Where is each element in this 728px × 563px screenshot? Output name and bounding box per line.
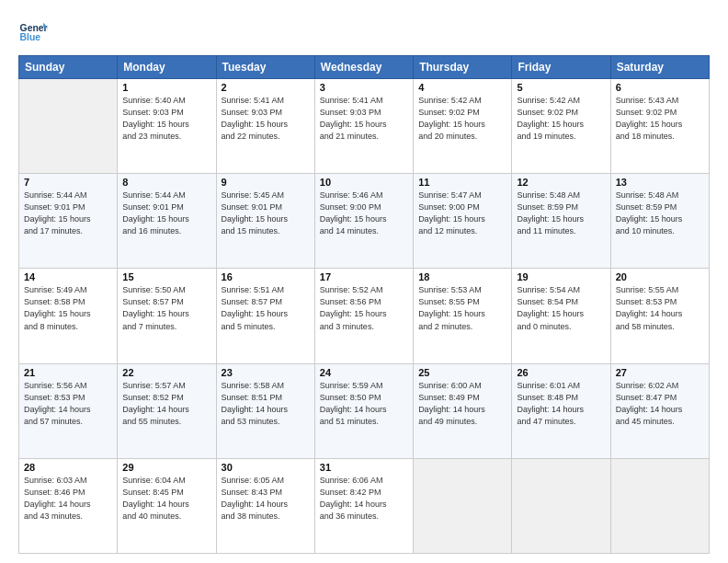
day-number: 29 xyxy=(122,462,210,473)
day-info: Sunrise: 5:44 AM Sunset: 9:01 PM Dayligh… xyxy=(24,190,112,237)
day-number: 31 xyxy=(320,462,408,473)
calendar-week-1: 1Sunrise: 5:40 AM Sunset: 9:03 PM Daylig… xyxy=(19,79,710,174)
day-number: 9 xyxy=(222,177,310,188)
calendar-cell: 20Sunrise: 5:55 AM Sunset: 8:53 PM Dayli… xyxy=(610,269,709,363)
day-info: Sunrise: 6:02 AM Sunset: 8:47 PM Dayligh… xyxy=(616,380,704,428)
day-number: 11 xyxy=(418,177,506,188)
day-info: Sunrise: 5:57 AM Sunset: 8:52 PM Dayligh… xyxy=(122,380,210,428)
day-info: Sunrise: 5:42 AM Sunset: 9:02 PM Dayligh… xyxy=(517,95,605,143)
logo: General Blue xyxy=(18,17,48,46)
calendar-cell xyxy=(512,458,610,553)
day-info: Sunrise: 5:41 AM Sunset: 9:03 PM Dayligh… xyxy=(222,95,310,143)
day-info: Sunrise: 5:55 AM Sunset: 8:53 PM Dayligh… xyxy=(616,284,704,332)
day-number: 12 xyxy=(517,177,605,188)
day-info: Sunrise: 5:44 AM Sunset: 9:01 PM Dayligh… xyxy=(122,190,210,237)
calendar-week-2: 7Sunrise: 5:44 AM Sunset: 9:01 PM Daylig… xyxy=(19,174,710,269)
svg-text:Blue: Blue xyxy=(20,32,41,42)
calendar-cell: 26Sunrise: 6:01 AM Sunset: 8:48 PM Dayli… xyxy=(512,363,610,458)
header-sunday: Sunday xyxy=(19,56,118,79)
day-number: 2 xyxy=(222,82,310,93)
calendar-cell: 21Sunrise: 5:56 AM Sunset: 8:53 PM Dayli… xyxy=(19,363,118,458)
day-number: 24 xyxy=(320,367,408,378)
day-info: Sunrise: 5:52 AM Sunset: 8:56 PM Dayligh… xyxy=(320,284,408,332)
header-wednesday: Wednesday xyxy=(314,56,413,79)
calendar-cell: 31Sunrise: 6:06 AM Sunset: 8:42 PM Dayli… xyxy=(314,458,413,553)
calendar-cell: 2Sunrise: 5:41 AM Sunset: 9:03 PM Daylig… xyxy=(216,79,314,174)
calendar-week-5: 28Sunrise: 6:03 AM Sunset: 8:46 PM Dayli… xyxy=(19,458,710,553)
calendar-cell: 7Sunrise: 5:44 AM Sunset: 9:01 PM Daylig… xyxy=(19,174,118,269)
calendar-cell: 30Sunrise: 6:05 AM Sunset: 8:43 PM Dayli… xyxy=(216,458,314,553)
calendar-cell xyxy=(414,458,512,553)
header-tuesday: Tuesday xyxy=(216,56,314,79)
day-number: 4 xyxy=(418,82,506,93)
day-info: Sunrise: 5:56 AM Sunset: 8:53 PM Dayligh… xyxy=(24,380,112,428)
calendar-cell: 17Sunrise: 5:52 AM Sunset: 8:56 PM Dayli… xyxy=(314,269,413,363)
calendar-cell: 9Sunrise: 5:45 AM Sunset: 9:01 PM Daylig… xyxy=(216,174,314,269)
day-info: Sunrise: 6:03 AM Sunset: 8:46 PM Dayligh… xyxy=(24,475,112,523)
day-number: 3 xyxy=(320,82,408,93)
day-info: Sunrise: 5:53 AM Sunset: 8:55 PM Dayligh… xyxy=(418,284,506,332)
page-header: General Blue xyxy=(18,17,710,46)
calendar-cell: 14Sunrise: 5:49 AM Sunset: 8:58 PM Dayli… xyxy=(19,269,118,363)
day-info: Sunrise: 5:47 AM Sunset: 9:00 PM Dayligh… xyxy=(418,190,506,237)
calendar-cell: 16Sunrise: 5:51 AM Sunset: 8:57 PM Dayli… xyxy=(216,269,314,363)
calendar-table: SundayMondayTuesdayWednesdayThursdayFrid… xyxy=(18,55,710,554)
day-number: 14 xyxy=(24,271,112,282)
day-number: 25 xyxy=(418,367,506,378)
calendar-cell: 25Sunrise: 6:00 AM Sunset: 8:49 PM Dayli… xyxy=(414,363,512,458)
calendar-cell: 28Sunrise: 6:03 AM Sunset: 8:46 PM Dayli… xyxy=(19,458,118,553)
day-number: 20 xyxy=(616,271,704,282)
day-number: 8 xyxy=(122,177,210,188)
calendar-cell: 4Sunrise: 5:42 AM Sunset: 9:02 PM Daylig… xyxy=(414,79,512,174)
calendar-cell: 10Sunrise: 5:46 AM Sunset: 9:00 PM Dayli… xyxy=(314,174,413,269)
day-number: 5 xyxy=(517,82,605,93)
calendar-cell xyxy=(610,458,709,553)
day-number: 28 xyxy=(24,462,112,473)
day-number: 10 xyxy=(320,177,408,188)
day-info: Sunrise: 6:05 AM Sunset: 8:43 PM Dayligh… xyxy=(222,475,310,523)
calendar-cell: 27Sunrise: 6:02 AM Sunset: 8:47 PM Dayli… xyxy=(610,363,709,458)
calendar-cell: 19Sunrise: 5:54 AM Sunset: 8:54 PM Dayli… xyxy=(512,269,610,363)
calendar-cell: 8Sunrise: 5:44 AM Sunset: 9:01 PM Daylig… xyxy=(118,174,216,269)
day-info: Sunrise: 5:59 AM Sunset: 8:50 PM Dayligh… xyxy=(320,380,408,428)
day-number: 22 xyxy=(122,367,210,378)
day-number: 15 xyxy=(122,271,210,282)
day-info: Sunrise: 5:48 AM Sunset: 8:59 PM Dayligh… xyxy=(616,190,704,237)
calendar-cell: 12Sunrise: 5:48 AM Sunset: 8:59 PM Dayli… xyxy=(512,174,610,269)
calendar-cell: 22Sunrise: 5:57 AM Sunset: 8:52 PM Dayli… xyxy=(118,363,216,458)
day-number: 18 xyxy=(418,271,506,282)
day-info: Sunrise: 5:58 AM Sunset: 8:51 PM Dayligh… xyxy=(222,380,310,428)
day-info: Sunrise: 6:04 AM Sunset: 8:45 PM Dayligh… xyxy=(122,475,210,523)
day-number: 1 xyxy=(122,82,210,93)
calendar-cell: 29Sunrise: 6:04 AM Sunset: 8:45 PM Dayli… xyxy=(118,458,216,553)
day-number: 26 xyxy=(517,367,605,378)
calendar-cell: 13Sunrise: 5:48 AM Sunset: 8:59 PM Dayli… xyxy=(610,174,709,269)
day-info: Sunrise: 5:43 AM Sunset: 9:02 PM Dayligh… xyxy=(616,95,704,143)
day-info: Sunrise: 5:46 AM Sunset: 9:00 PM Dayligh… xyxy=(320,190,408,237)
day-info: Sunrise: 5:41 AM Sunset: 9:03 PM Dayligh… xyxy=(320,95,408,143)
calendar-header-row: SundayMondayTuesdayWednesdayThursdayFrid… xyxy=(19,56,710,79)
day-info: Sunrise: 5:48 AM Sunset: 8:59 PM Dayligh… xyxy=(517,190,605,237)
day-info: Sunrise: 5:42 AM Sunset: 9:02 PM Dayligh… xyxy=(418,95,506,143)
calendar-cell: 24Sunrise: 5:59 AM Sunset: 8:50 PM Dayli… xyxy=(314,363,413,458)
logo-icon: General Blue xyxy=(18,17,48,46)
calendar-cell: 11Sunrise: 5:47 AM Sunset: 9:00 PM Dayli… xyxy=(414,174,512,269)
calendar-cell: 18Sunrise: 5:53 AM Sunset: 8:55 PM Dayli… xyxy=(414,269,512,363)
day-info: Sunrise: 5:45 AM Sunset: 9:01 PM Dayligh… xyxy=(222,190,310,237)
calendar-week-3: 14Sunrise: 5:49 AM Sunset: 8:58 PM Dayli… xyxy=(19,269,710,363)
day-info: Sunrise: 6:06 AM Sunset: 8:42 PM Dayligh… xyxy=(320,475,408,523)
calendar-cell: 1Sunrise: 5:40 AM Sunset: 9:03 PM Daylig… xyxy=(118,79,216,174)
day-number: 13 xyxy=(616,177,704,188)
calendar-cell: 6Sunrise: 5:43 AM Sunset: 9:02 PM Daylig… xyxy=(610,79,709,174)
calendar-cell: 3Sunrise: 5:41 AM Sunset: 9:03 PM Daylig… xyxy=(314,79,413,174)
day-number: 6 xyxy=(616,82,704,93)
day-info: Sunrise: 6:01 AM Sunset: 8:48 PM Dayligh… xyxy=(517,380,605,428)
header-friday: Friday xyxy=(512,56,610,79)
day-info: Sunrise: 5:49 AM Sunset: 8:58 PM Dayligh… xyxy=(24,284,112,332)
calendar-cell xyxy=(19,79,118,174)
day-info: Sunrise: 5:54 AM Sunset: 8:54 PM Dayligh… xyxy=(517,284,605,332)
header-monday: Monday xyxy=(118,56,216,79)
day-number: 30 xyxy=(222,462,310,473)
day-number: 7 xyxy=(24,177,112,188)
day-number: 19 xyxy=(517,271,605,282)
